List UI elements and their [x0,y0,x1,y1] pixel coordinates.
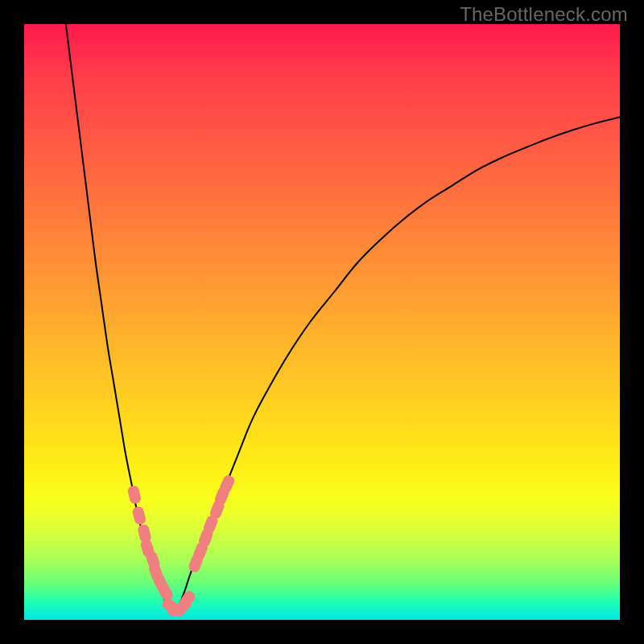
right-branch-line-path [173,117,620,613]
plot-area [24,24,620,620]
left-markers-group [127,485,175,602]
left-markers-group-marker [127,485,142,505]
left-markers-group-marker [131,506,147,526]
chart-svg [24,24,620,620]
right-markers-group [188,473,237,573]
left-branch-line-path [66,24,173,614]
watermark-text: TheBottleneck.com [460,3,628,26]
right-branch-line [173,117,620,613]
left-branch-line [66,24,173,614]
chart-frame: TheBottleneck.com [0,0,644,644]
